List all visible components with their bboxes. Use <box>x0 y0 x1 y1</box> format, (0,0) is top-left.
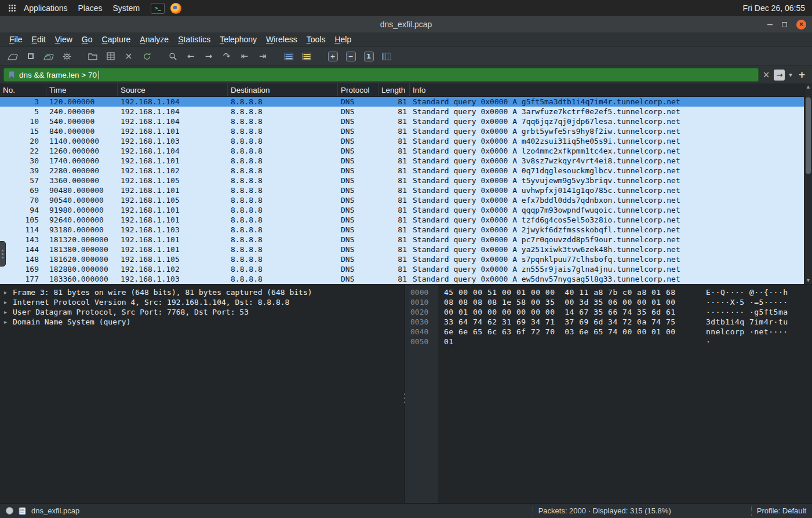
go-back-button[interactable]: ← <box>183 49 199 64</box>
colorize-button[interactable] <box>281 49 297 64</box>
zoom-out-button[interactable]: − <box>343 49 359 64</box>
packet-row[interactable]: 114 93180.000000 192.168.1.103 8.8.8.8 D… <box>0 225 812 235</box>
resize-columns-button[interactable] <box>378 49 395 64</box>
expert-info-icon[interactable] <box>6 507 13 515</box>
desktop-menu-item[interactable]: Applications <box>19 1 73 15</box>
pane-grip-handle[interactable] <box>0 241 6 267</box>
packet-row[interactable]: 148 181620.000000 192.168.1.105 8.8.8.8 … <box>0 254 812 264</box>
hex-row[interactable]: 0040 6e 6e 65 6c 63 6f 72 70 03 6e 65 74… <box>405 327 812 337</box>
scrollbar-thumb[interactable] <box>806 97 811 174</box>
cell-source: 192.168.1.101 <box>118 186 228 195</box>
packet-row[interactable]: 69 90480.000000 192.168.1.101 8.8.8.8 DN… <box>0 185 812 195</box>
zoom-in-button[interactable]: + <box>325 49 341 64</box>
firefox-icon[interactable] <box>170 3 181 14</box>
packet-row[interactable]: 39 2280.000000 192.168.1.102 8.8.8.8 DNS… <box>0 166 812 176</box>
packet-row[interactable]: 144 181380.000000 192.168.1.101 8.8.8.8 … <box>0 245 812 254</box>
column-header[interactable]: Destination <box>228 83 338 96</box>
detail-line[interactable]: ▸ Frame 3: 81 bytes on wire (648 bits), … <box>2 287 405 297</box>
menu-item[interactable]: Wireless <box>261 34 302 45</box>
applications-grid-icon[interactable] <box>5 4 19 12</box>
filter-clear-icon[interactable]: × <box>763 70 770 80</box>
packet-row[interactable]: 15 840.000000 192.168.1.101 8.8.8.8 DNS … <box>0 126 812 136</box>
filter-dropdown-icon[interactable]: ▾ <box>789 71 792 79</box>
scroll-down-icon[interactable]: ▼ <box>807 277 810 284</box>
cell-no: 30 <box>0 156 46 165</box>
packet-row[interactable]: 57 3360.000000 192.168.1.105 8.8.8.8 DNS… <box>0 176 812 185</box>
menu-item[interactable]: File <box>5 34 27 45</box>
go-first-button[interactable]: ⇤ <box>236 49 253 64</box>
clock[interactable]: Fri Dec 26, 06:55 <box>743 3 807 13</box>
packet-row[interactable]: 169 182880.000000 192.168.1.102 8.8.8.8 … <box>0 264 812 274</box>
hex-row[interactable]: 0050 01 · <box>405 337 812 346</box>
packet-row[interactable]: 3 120.000000 192.168.1.104 8.8.8.8 DNS 8… <box>0 97 812 107</box>
column-header[interactable]: Source <box>118 83 228 96</box>
cell-destination: 8.8.8.8 <box>228 216 338 224</box>
hex-row[interactable]: 0020 00 01 00 00 00 00 00 00 14 67 35 66… <box>405 307 812 317</box>
close-icon[interactable]: × <box>796 20 806 30</box>
packet-row[interactable]: 177 183360.000000 192.168.1.103 8.8.8.8 … <box>0 274 812 284</box>
packet-row[interactable]: 22 1260.000000 192.168.1.104 8.8.8.8 DNS… <box>0 146 812 156</box>
column-header[interactable]: Length <box>378 83 410 96</box>
capture-start-button[interactable] <box>5 49 21 64</box>
packet-row[interactable]: 105 92640.000000 192.168.1.101 8.8.8.8 D… <box>0 215 812 225</box>
expander-icon[interactable]: ▸ <box>4 319 9 325</box>
menu-item[interactable]: Help <box>330 34 356 45</box>
column-header[interactable]: Info <box>410 83 812 96</box>
menu-item[interactable]: View <box>50 34 77 45</box>
cell-source: 192.168.1.105 <box>118 176 228 185</box>
column-header[interactable]: No. <box>0 83 46 96</box>
autoscroll-button[interactable] <box>298 49 315 64</box>
close-file-button[interactable] <box>121 49 137 64</box>
go-to-packet-button[interactable]: ↷ <box>219 49 235 64</box>
packet-row[interactable]: 20 1140.000000 192.168.1.103 8.8.8.8 DNS… <box>0 136 812 146</box>
zoom-reset-button[interactable]: 1 <box>361 49 377 64</box>
menu-item[interactable]: Tools <box>302 34 330 45</box>
menu-item[interactable]: Analyze <box>135 34 173 45</box>
filter-bookmark-icon[interactable] <box>8 71 15 79</box>
display-filter-input[interactable]: dns && frame.len > 70 <box>3 68 759 82</box>
save-file-button[interactable] <box>103 49 119 64</box>
profile-label[interactable]: Profile: Default <box>757 506 806 515</box>
capture-file-icon[interactable] <box>19 507 26 515</box>
menu-item[interactable]: Edit <box>27 34 50 45</box>
menu-item[interactable]: Statistics <box>173 34 215 45</box>
capture-stop-button[interactable] <box>23 49 39 64</box>
packet-row[interactable]: 94 91980.000000 192.168.1.101 8.8.8.8 DN… <box>0 205 812 215</box>
scroll-up-icon[interactable]: ▲ <box>807 83 810 90</box>
packet-row[interactable]: 143 181320.000000 192.168.1.101 8.8.8.8 … <box>0 235 812 245</box>
menu-item[interactable]: Go <box>77 34 97 45</box>
packet-list-scrollbar[interactable]: ▲ ▼ <box>804 83 812 284</box>
packet-row[interactable]: 70 90540.000000 192.168.1.105 8.8.8.8 DN… <box>0 195 812 205</box>
capture-options-button[interactable] <box>59 49 75 64</box>
hex-row[interactable]: 0000 45 00 00 51 00 01 00 00 40 11 a8 7b… <box>405 287 812 297</box>
desktop-menu-item[interactable]: System <box>108 1 145 15</box>
capture-restart-button[interactable] <box>41 49 57 64</box>
maximize-icon[interactable] <box>782 22 787 27</box>
detail-line[interactable]: ▸ Domain Name System (query) <box>2 317 405 327</box>
minimize-icon[interactable]: – <box>767 20 773 29</box>
expander-icon[interactable]: ▸ <box>4 289 9 296</box>
expander-icon[interactable]: ▸ <box>4 309 9 315</box>
packet-row[interactable]: 10 540.000000 192.168.1.104 8.8.8.8 DNS … <box>0 116 812 126</box>
column-header[interactable]: Time <box>46 83 118 96</box>
filter-add-button[interactable]: + <box>799 68 805 81</box>
terminal-icon[interactable]: >_ <box>151 3 165 14</box>
go-last-button[interactable]: ⇥ <box>254 49 271 64</box>
go-forward-button[interactable]: → <box>201 49 217 64</box>
detail-line[interactable]: ▸ User Datagram Protocol, Src Port: 7768… <box>2 307 405 317</box>
expander-icon[interactable]: ▸ <box>4 299 9 305</box>
detail-line[interactable]: ▸ Internet Protocol Version 4, Src: 192.… <box>2 297 405 307</box>
desktop-menu-item[interactable]: Places <box>73 1 108 15</box>
hex-row[interactable]: 0030 33 64 74 62 31 69 34 71 37 69 6d 34… <box>405 317 812 327</box>
packet-row[interactable]: 5 240.000000 192.168.1.104 8.8.8.8 DNS 8… <box>0 107 812 116</box>
column-header[interactable]: Protocol <box>338 83 378 96</box>
save-file-icon <box>107 52 115 60</box>
find-packet-button[interactable] <box>165 49 181 64</box>
packet-row[interactable]: 30 1740.000000 192.168.1.101 8.8.8.8 DNS… <box>0 156 812 166</box>
menu-item[interactable]: Capture <box>97 34 136 45</box>
reload-file-button[interactable] <box>139 49 155 64</box>
hex-row[interactable]: 0010 08 08 08 08 1e 58 00 35 00 3d 35 06… <box>405 297 812 307</box>
filter-apply-icon[interactable]: → <box>774 70 785 81</box>
open-file-button[interactable] <box>85 49 101 64</box>
menu-item[interactable]: Telephony <box>215 34 261 45</box>
